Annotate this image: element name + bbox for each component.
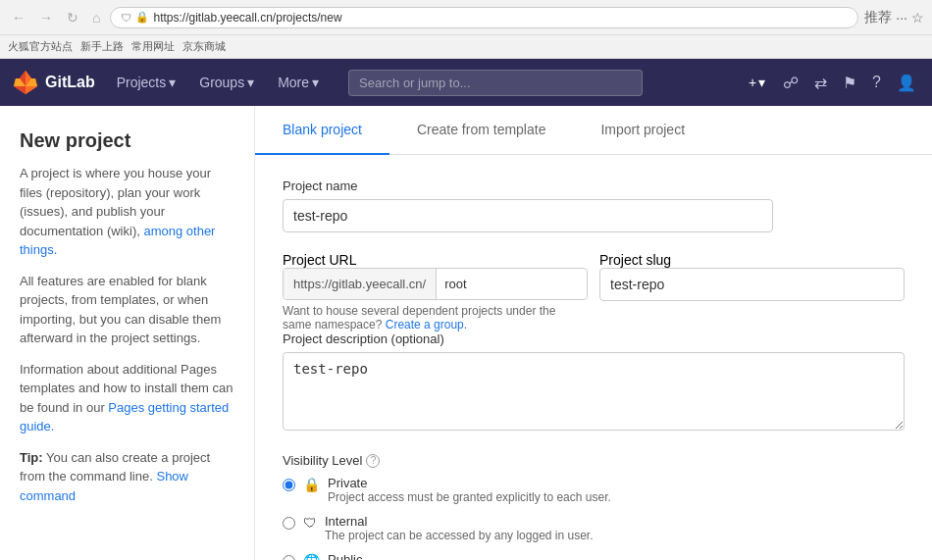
nav-icon-area: + ▾ ☍ ⇄ ⚑ ? 👤: [743, 70, 920, 96]
address-bar[interactable]: 🛡 🔒 https://gitlab.yeecall.cn/projects/n…: [110, 7, 858, 28]
project-name-group: Project name: [283, 178, 905, 232]
main-content: New project A project is where you house…: [0, 106, 932, 560]
back-button[interactable]: ←: [8, 8, 29, 27]
nav-projects[interactable]: Projects ▾: [107, 71, 186, 94]
namespace-select[interactable]: root: [437, 269, 515, 299]
nav-groups[interactable]: Groups ▾: [189, 71, 264, 94]
sidebar: New project A project is where you house…: [0, 106, 255, 560]
bookmark-2[interactable]: 新手上路: [80, 39, 124, 54]
merge-requests-icon[interactable]: ⇄: [810, 70, 831, 96]
create-group-link[interactable]: Create a group.: [386, 318, 467, 331]
visibility-internal-radio[interactable]: [283, 517, 295, 530]
project-url-label: Project URL: [283, 252, 356, 268]
bookmarks-bar: 火狐官方站点 新手上路 常用网址 京东商城: [0, 35, 932, 59]
internal-desc: The project can be accessed by any logge…: [325, 529, 594, 542]
visibility-private-radio[interactable]: [283, 479, 295, 491]
description-textarea[interactable]: test-repo: [283, 352, 905, 431]
nav-search-area: [348, 70, 723, 96]
todos-icon[interactable]: ⚑: [839, 70, 860, 96]
visibility-public: 🌐 Public The project can be accessed wit…: [283, 552, 905, 560]
visibility-internal: 🛡 Internal The project can be accessed b…: [283, 514, 905, 542]
url-text: https://gitlab.yeecall.cn/projects/new: [153, 11, 341, 25]
visibility-public-radio[interactable]: [283, 555, 295, 560]
tab-blank-project[interactable]: Blank project: [255, 106, 389, 155]
url-input-group: https://gitlab.yeecall.cn/ root: [283, 268, 588, 300]
new-item-button[interactable]: + ▾: [743, 71, 771, 94]
issues-icon[interactable]: ☍: [779, 70, 803, 96]
bookmark-button[interactable]: ☆: [911, 10, 924, 25]
url-slug-row: Project URL https://gitlab.yeecall.cn/ r…: [283, 252, 905, 331]
project-name-input[interactable]: [283, 199, 773, 232]
menu-button[interactable]: ···: [896, 10, 907, 25]
private-label: Private: [328, 476, 611, 490]
bookmark-3[interactable]: 常用网址: [131, 39, 175, 54]
form-content: Project name Project URL https://gitlab.…: [255, 155, 932, 560]
description-label: Project description (optional): [283, 331, 905, 346]
help-icon[interactable]: ?: [868, 70, 885, 95]
svg-marker-5: [14, 86, 26, 94]
sidebar-para2: All features are enabled for blank proje…: [20, 272, 234, 348]
visibility-label: Visibility Level ?: [283, 453, 905, 468]
project-name-label: Project name: [283, 178, 905, 193]
svg-marker-6: [26, 86, 37, 94]
url-note: Want to house several dependent projects…: [283, 304, 588, 331]
tab-create-from-template[interactable]: Create from template: [389, 106, 574, 155]
form-area: Blank project Create from template Impor…: [255, 106, 932, 560]
project-slug-label: Project slug: [599, 252, 671, 268]
bookmark-1[interactable]: 火狐官方站点: [8, 39, 73, 54]
lock-vis-icon: 🔒: [303, 477, 320, 492]
shield-vis-icon: 🛡: [303, 515, 317, 531]
sidebar-para3: Information about additional Pages templ…: [20, 360, 234, 436]
globe-vis-icon: 🌐: [303, 553, 320, 560]
shield-icon: 🛡: [121, 12, 131, 24]
refresh-button[interactable]: ↻: [63, 8, 82, 27]
extensions-button[interactable]: 推荐: [864, 9, 892, 26]
gitlab-wordmark: GitLab: [45, 74, 95, 91]
internal-label: Internal: [325, 514, 594, 529]
gitlab-logo[interactable]: GitLab: [12, 69, 95, 96]
project-slug-input[interactable]: [599, 268, 905, 301]
bookmark-4[interactable]: 京东商城: [182, 39, 226, 54]
page-title: New project: [20, 129, 234, 152]
sidebar-para1: A project is where you house your files …: [20, 164, 234, 260]
visibility-private: 🔒 Private Project access must be granted…: [283, 476, 905, 504]
visibility-help-icon[interactable]: ?: [366, 454, 380, 468]
slug-group: Project slug: [599, 252, 905, 301]
user-avatar[interactable]: 👤: [893, 70, 920, 96]
url-base-text: https://gitlab.yeecall.cn/: [284, 269, 437, 299]
forward-button[interactable]: →: [35, 8, 57, 27]
url-left-group: Project URL https://gitlab.yeecall.cn/ r…: [283, 252, 588, 331]
search-input[interactable]: [348, 70, 643, 96]
private-desc: Project access must be granted explicitl…: [328, 490, 611, 504]
home-button[interactable]: ⌂: [88, 8, 104, 27]
browser-chrome: ← → ↻ ⌂ 🛡 🔒 https://gitlab.yeecall.cn/pr…: [0, 0, 932, 35]
lock-icon: 🔒: [135, 11, 149, 24]
public-label: Public: [328, 552, 621, 560]
tab-import-project[interactable]: Import project: [573, 106, 712, 155]
sidebar-tip: Tip: You can also create a project from …: [20, 448, 234, 506]
fox-icon: [12, 69, 39, 96]
description-group: Project description (optional) test-repo: [283, 331, 905, 433]
browser-action-buttons: 推荐 ··· ☆: [864, 9, 924, 26]
gitlab-navbar: GitLab Projects ▾ Groups ▾ More ▾ + ▾ ☍ …: [0, 59, 932, 106]
project-tabs: Blank project Create from template Impor…: [255, 106, 932, 155]
visibility-section: Visibility Level ? 🔒 Private Project acc…: [283, 453, 905, 560]
nav-more[interactable]: More ▾: [268, 71, 329, 94]
